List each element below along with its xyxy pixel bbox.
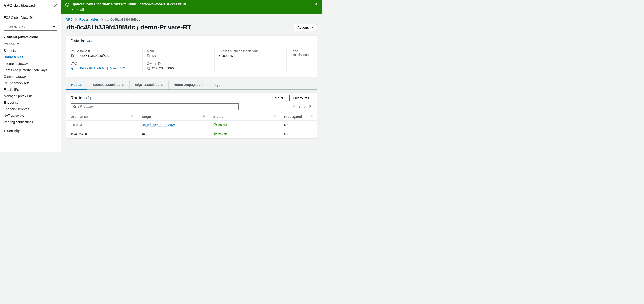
svg-point-7 bbox=[74, 106, 76, 108]
tabs: Routes Subnet associations Edge associat… bbox=[66, 80, 317, 90]
routes-panel: Routes (2) Both Edit routes bbox=[66, 92, 317, 138]
ec2-global-view-link[interactable]: EC2 Global View bbox=[4, 16, 57, 20]
filter-routes-search[interactable] bbox=[70, 104, 239, 110]
filter-routes-input[interactable] bbox=[78, 105, 236, 108]
route-table-id-value: rtb-0c481b339fd38f8dc bbox=[76, 54, 109, 58]
close-icon[interactable] bbox=[53, 4, 57, 8]
next-page-button[interactable] bbox=[304, 105, 306, 108]
sidebar-item-subnets[interactable]: Subnets bbox=[4, 47, 57, 54]
details-heading: Details bbox=[70, 39, 84, 44]
search-icon bbox=[73, 105, 76, 108]
tab-edge-associations[interactable]: Edge associations bbox=[130, 80, 169, 89]
sidebar-item-endpoint-services[interactable]: Endpoint services bbox=[4, 106, 57, 112]
subnet-assoc-label: Explicit subnet associations bbox=[219, 49, 282, 53]
sidebar-item-dhcp[interactable]: DHCP option sets bbox=[4, 80, 57, 86]
status-badge: Active bbox=[214, 132, 227, 135]
details-panel: Details Info Route table ID rtb-0c481b33… bbox=[66, 35, 317, 77]
sidebar-item-carrier-gateways[interactable]: Carrier gateways bbox=[4, 73, 57, 80]
sidebar: VPC dashboard EC2 Global View Filter by … bbox=[0, 0, 61, 152]
actions-button[interactable]: Actions bbox=[294, 24, 317, 31]
caret-right-icon bbox=[72, 8, 74, 11]
info-link[interactable]: Info bbox=[86, 40, 92, 43]
vpc-label: VPC bbox=[70, 62, 138, 66]
column-propagated[interactable]: Propagated▽ bbox=[280, 113, 317, 121]
edit-routes-label: Edit routes bbox=[293, 96, 309, 100]
banner-close-button[interactable] bbox=[314, 2, 318, 6]
target-link[interactable]: nat-0d87ce8c17e3e826e bbox=[142, 123, 178, 127]
sidebar-item-peering[interactable]: Peering connections bbox=[4, 119, 57, 125]
prev-page-button[interactable] bbox=[293, 105, 295, 108]
routes-table: Destination▽ Target▽ Status▽ Propagated▽… bbox=[66, 113, 317, 138]
svg-point-0 bbox=[66, 3, 69, 6]
svg-rect-2 bbox=[72, 55, 73, 57]
cell-destination: 0.0.0.0/0 bbox=[66, 121, 137, 130]
copy-icon[interactable] bbox=[147, 54, 150, 57]
edit-routes-button[interactable]: Edit routes bbox=[289, 95, 312, 101]
caret-down-icon: ▼ bbox=[3, 130, 6, 132]
sort-icon: ▽ bbox=[274, 115, 276, 118]
cell-destination: 10.0.0.0/16 bbox=[66, 129, 137, 138]
sort-icon: ▽ bbox=[203, 115, 205, 118]
subnet-assoc-link[interactable]: 3 subnets bbox=[219, 54, 282, 58]
ec2-link-label: EC2 Global View bbox=[4, 16, 28, 20]
main-value: No bbox=[152, 54, 156, 58]
actions-label: Actions bbox=[298, 26, 309, 29]
cell-target: local bbox=[137, 129, 209, 138]
sidebar-item-internet-gateways[interactable]: Internet gateways bbox=[4, 60, 57, 67]
sidebar-item-endpoints[interactable]: Endpoints bbox=[4, 99, 57, 106]
sidebar-item-route-tables[interactable]: Route tables bbox=[4, 54, 57, 60]
success-banner: Updated routes for rtb-0c481b339fd38f8dc… bbox=[61, 0, 322, 14]
sidebar-item-elastic-ips[interactable]: Elastic IPs bbox=[4, 86, 57, 93]
page-number: 1 bbox=[298, 105, 300, 108]
breadcrumb-route-tables[interactable]: Route tables bbox=[79, 18, 99, 21]
chevron-right-icon bbox=[101, 18, 103, 21]
main-content: Updated routes for rtb-0c481b339fd38f8dc… bbox=[61, 0, 322, 152]
tab-tags[interactable]: Tags bbox=[208, 80, 226, 89]
tab-subnet-associations[interactable]: Subnet associations bbox=[88, 80, 130, 89]
sidebar-item-your-vpcs[interactable]: Your VPCs bbox=[4, 41, 57, 47]
table-row: 10.0.0.0/16 local Active No bbox=[66, 129, 317, 138]
banner-details-toggle[interactable]: Details bbox=[72, 8, 312, 12]
both-label: Both bbox=[272, 96, 279, 100]
routes-heading: Routes bbox=[70, 96, 85, 100]
section-vpc-header[interactable]: ▼ Virtual private cloud bbox=[3, 35, 57, 39]
banner-title: Updated routes for rtb-0c481b339fd38f8dc… bbox=[72, 2, 312, 6]
column-target[interactable]: Target▽ bbox=[137, 113, 209, 121]
svg-rect-5 bbox=[147, 67, 149, 69]
edge-assoc-value: – bbox=[291, 58, 308, 61]
sidebar-item-managed-prefix[interactable]: Managed prefix lists bbox=[4, 93, 57, 99]
svg-rect-3 bbox=[147, 54, 149, 56]
sidebar-item-nat-gateways[interactable]: NAT gateways bbox=[4, 112, 57, 119]
tab-routes[interactable]: Routes bbox=[66, 80, 88, 90]
success-check-icon bbox=[65, 3, 69, 7]
column-destination[interactable]: Destination▽ bbox=[66, 113, 137, 121]
title-row: rtb-0c481b339fd38f8dc / demo-Private-RT … bbox=[61, 21, 322, 35]
owner-value: 202533507066 bbox=[152, 66, 174, 70]
status-badge: Active bbox=[214, 123, 227, 126]
external-link-icon bbox=[30, 16, 33, 19]
svg-rect-4 bbox=[148, 55, 150, 57]
vpc-link[interactable]: vpc-008a8cd6f71dd0d29 | Demo VPC bbox=[70, 66, 138, 70]
sidebar-item-egress-only[interactable]: Egress-only internet gateways bbox=[4, 67, 57, 73]
filter-placeholder: Filter by VPC bbox=[6, 25, 25, 29]
breadcrumb-current: rtb-0c481b339fd38f8dc bbox=[105, 18, 140, 21]
sidebar-header: VPC dashboard bbox=[0, 0, 61, 12]
table-row: 0.0.0.0/0 nat-0d87ce8c17e3e826e Active N… bbox=[66, 121, 317, 130]
settings-gear-icon[interactable] bbox=[309, 105, 312, 108]
svg-point-10 bbox=[214, 132, 216, 135]
check-circle-icon bbox=[214, 123, 217, 126]
section-security-header[interactable]: ▼ Security bbox=[3, 129, 57, 133]
copy-icon[interactable] bbox=[70, 54, 74, 57]
main-label: Main bbox=[147, 49, 210, 53]
filter-by-vpc-select[interactable]: Filter by VPC bbox=[4, 23, 57, 31]
edge-assoc-label: Edge associations bbox=[291, 49, 308, 56]
column-status[interactable]: Status▽ bbox=[209, 113, 280, 121]
chevron-right-icon bbox=[75, 18, 77, 21]
sort-icon: ▽ bbox=[311, 115, 312, 118]
both-filter-button[interactable]: Both bbox=[269, 95, 287, 101]
tab-route-propagation[interactable]: Route propagation bbox=[169, 80, 208, 89]
routes-count: (2) bbox=[86, 96, 91, 100]
copy-icon[interactable] bbox=[147, 66, 150, 70]
sidebar-body: EC2 Global View Filter by VPC ▼ Virtual … bbox=[0, 12, 61, 138]
breadcrumb-vpc[interactable]: VPC bbox=[66, 18, 73, 21]
